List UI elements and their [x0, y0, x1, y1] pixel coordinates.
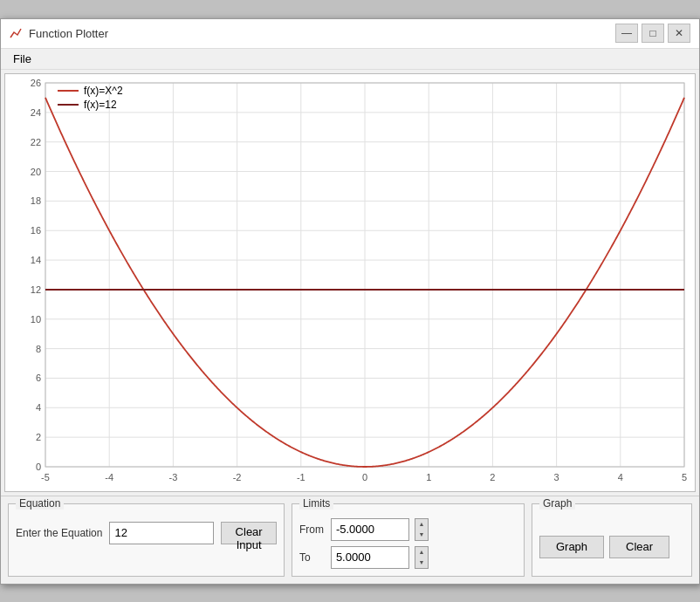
- equation-row: Enter the Equation Clear Input: [16, 522, 277, 544]
- from-row: From ▲ ▼: [299, 518, 517, 541]
- graph-area: f(x)=X^2 f(x)=12: [4, 73, 696, 492]
- to-spinner-down[interactable]: ▼: [415, 558, 428, 568]
- from-spinner-down[interactable]: ▼: [415, 530, 428, 540]
- graph-section-label: Graph: [539, 497, 575, 510]
- title-bar: Function Plotter — □ ✕: [1, 19, 699, 49]
- chart-icon: [10, 26, 24, 40]
- maximize-button[interactable]: □: [642, 24, 664, 43]
- equation-section: Equation Enter the Equation Clear Input: [8, 503, 285, 577]
- graph-section: Graph Graph Clear: [532, 503, 692, 577]
- menu-file[interactable]: File: [8, 51, 37, 67]
- legend-item-parabola: f(x)=X^2: [58, 85, 123, 97]
- bottom-panel: Equation Enter the Equation Clear Input …: [1, 496, 699, 584]
- from-spinner: ▲ ▼: [415, 518, 429, 541]
- to-spinner: ▲ ▼: [415, 546, 429, 569]
- from-spinner-up[interactable]: ▲: [415, 519, 428, 530]
- legend-line-line: [58, 104, 79, 106]
- window-title: Function Plotter: [29, 27, 108, 40]
- close-button[interactable]: ✕: [668, 24, 690, 43]
- minimize-button[interactable]: —: [615, 24, 638, 43]
- to-spinner-up[interactable]: ▲: [415, 547, 428, 558]
- clear-button[interactable]: Clear: [609, 536, 669, 558]
- limits-section: Limits From ▲ ▼ To ▲ ▼: [292, 503, 525, 577]
- title-bar-left: Function Plotter: [10, 26, 108, 40]
- graph-button[interactable]: Graph: [539, 536, 604, 558]
- equation-section-label: Equation: [16, 497, 64, 510]
- main-window: Function Plotter — □ ✕ File f(x)=X^2 f(x…: [0, 18, 700, 585]
- menu-bar: File: [1, 49, 699, 70]
- legend-label-parabola: f(x)=X^2: [84, 85, 123, 97]
- clear-input-button[interactable]: Clear Input: [221, 522, 276, 544]
- legend-item-line: f(x)=12: [58, 99, 123, 111]
- to-input[interactable]: [331, 546, 409, 569]
- from-label: From: [299, 523, 326, 536]
- graph-buttons: Graph Clear: [539, 523, 684, 558]
- equation-field-label: Enter the Equation: [16, 527, 102, 539]
- to-row: To ▲ ▼: [299, 546, 517, 569]
- from-input[interactable]: [331, 518, 409, 541]
- title-buttons: — □ ✕: [615, 24, 690, 43]
- limits-section-label: Limits: [299, 497, 333, 510]
- plot-canvas: [5, 74, 695, 491]
- legend-label-line: f(x)=12: [84, 99, 117, 111]
- legend: f(x)=X^2 f(x)=12: [58, 85, 123, 113]
- legend-line-parabola: [58, 90, 79, 92]
- equation-input[interactable]: [109, 522, 214, 544]
- to-label: To: [299, 551, 326, 564]
